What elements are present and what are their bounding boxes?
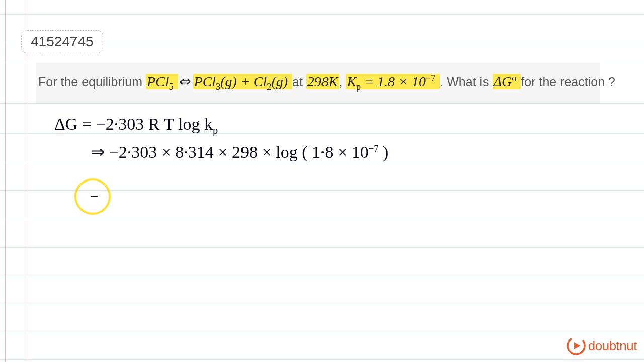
logo-text: doubtnut [588, 338, 637, 354]
yellow-circle-annotation [74, 178, 111, 215]
ruled-line [0, 305, 644, 305]
margin-line [28, 0, 28, 362]
ruled-line [0, 14, 644, 15]
q-temp: 298K [306, 74, 339, 89]
question-id-text: 41524745 [31, 34, 94, 49]
ruled-line [0, 359, 644, 360]
handwriting-line-1: ΔG = −2·303 R T log kp [54, 115, 218, 136]
logo-icon [566, 336, 586, 356]
ruled-line [0, 103, 644, 104]
handwriting-line-2: ⇒ −2·303 × 8·314 × 298 × log ( 1·8 × 10−… [91, 142, 388, 162]
q-arrow: ⇔ [178, 74, 190, 89]
margin-line [5, 0, 6, 362]
ruled-line [0, 247, 644, 248]
question-id: 41524745 [21, 30, 103, 53]
q-kp: Kp = 1.8 × 10−7 [346, 74, 440, 89]
doubtnut-logo: doubtnut [566, 336, 637, 356]
q-eq-lhs: PCl5 [146, 74, 178, 89]
q-suffix: for the reaction ? [521, 75, 615, 89]
svg-marker-1 [574, 342, 580, 349]
q-mid: . What is [440, 75, 492, 89]
question-text: For the equilibrium PCl5 ⇔ PCl3(g) + Cl2… [36, 63, 600, 103]
q-at: at [292, 75, 306, 89]
q-eq-rhs: PCl3(g) + Cl2(g) [193, 74, 292, 89]
q-prefix: For the equilibrium [38, 75, 142, 89]
ruled-line [0, 219, 644, 219]
ruled-line [0, 333, 644, 333]
ruled-line [0, 162, 644, 162]
q-dg: ΔGo [493, 74, 521, 89]
ruled-line [0, 277, 644, 277]
